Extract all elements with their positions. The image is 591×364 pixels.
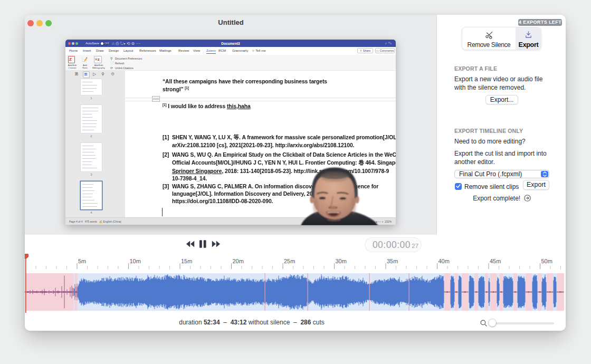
svg-text:5m: 5m — [78, 258, 86, 264]
svg-text:15m: 15m — [181, 258, 192, 264]
svg-text:40m: 40m — [439, 258, 450, 264]
svg-text:35m: 35m — [387, 258, 398, 264]
svg-text:50m: 50m — [541, 258, 552, 264]
svg-text:20m: 20m — [233, 258, 244, 264]
svg-text:10m: 10m — [130, 258, 141, 264]
svg-text:45m: 45m — [490, 258, 501, 264]
svg-text:25m: 25m — [284, 258, 295, 264]
svg-text:30m: 30m — [336, 258, 347, 264]
